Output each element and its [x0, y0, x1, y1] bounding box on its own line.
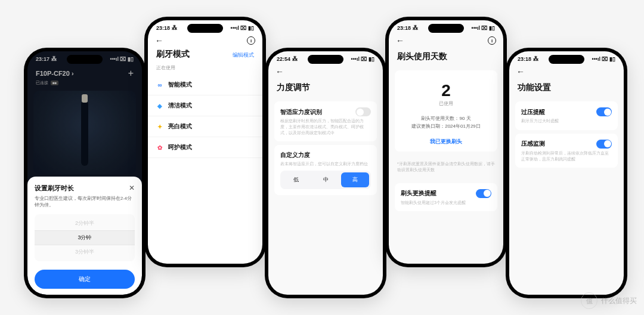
replace-reminder-title: 刷头更换提醒	[401, 189, 436, 197]
days-used-value: 2	[401, 81, 491, 100]
mode-item-care[interactable]: ✿ 呵护模式	[148, 137, 262, 158]
pressure-sense-desc: 牙刷自动检测到异常后，连续依次降低压力直至正常驱动，且压力刷跳闪提醒	[521, 150, 612, 162]
mode-label: 呵护模式	[168, 143, 192, 152]
over-pressure-title: 过压提醒	[521, 108, 545, 116]
watermark-text: 什么值得买	[601, 296, 637, 306]
watermark-logo-icon: 值	[581, 292, 597, 309]
mode-list: ∞ 智能模式 ◆ 清洁模式 ✦ 亮白模式 ✿ 呵护模式	[148, 75, 262, 158]
picker-option-1[interactable]: 3分钟	[35, 230, 135, 245]
back-button[interactable]: ←	[396, 36, 404, 45]
sheet-title: 设置刷牙时长	[35, 184, 74, 193]
page-title: 功能设置	[509, 80, 624, 98]
over-pressure-desc: 刷牙压力过大时提醒	[521, 118, 612, 124]
info-icon[interactable]: i	[488, 36, 496, 45]
duration-picker[interactable]: 2分钟半 3分钟 3分钟半	[35, 214, 135, 261]
close-icon[interactable]: ✕	[129, 184, 135, 192]
force-segmented: 低 中 高	[280, 171, 371, 189]
back-button[interactable]: ←	[275, 67, 284, 76]
pressure-sense-card: 压感监测 牙刷自动检测到异常后，连续依次降低压力直至正常驱动，且压力刷跳闪提醒	[515, 134, 618, 168]
smart-force-desc: 根据您刷牙时所用的压力，智能匹配合适的力度，主要作用在清洁模式、亮白模式、呵护模…	[280, 118, 371, 135]
days-used-label: 已使用	[401, 100, 491, 107]
replace-date-line: 建议更换日期：2024年01月29日	[401, 123, 491, 131]
sheet-description: 专业口腔医生建议，每次刷牙时间保持在2-4分钟为佳。	[35, 195, 135, 209]
smart-force-toggle[interactable]	[355, 107, 371, 116]
status-time: 23:18 ⁂	[397, 25, 418, 31]
mode-item-clean[interactable]: ◆ 清洁模式	[148, 95, 262, 116]
pressure-sense-title: 压感监测	[521, 140, 545, 148]
status-icons: •••ıl ⌧ ▮▯	[231, 25, 254, 31]
status-time: 22:54 ⁂	[277, 56, 298, 62]
picker-option-2[interactable]: 3分钟半	[35, 245, 135, 259]
replaced-head-link[interactable]: 我已更换刷头	[401, 138, 491, 146]
smart-force-card: 智适应力度识别 根据您刷牙时所用的压力，智能匹配合适的力度，主要作用在清洁模式、…	[274, 101, 377, 141]
page-title: 刷头使用天数	[389, 49, 503, 67]
over-pressure-toggle[interactable]	[596, 107, 612, 116]
droplet-icon: ◆	[156, 102, 163, 109]
infinity-icon: ∞	[156, 81, 163, 88]
status-icons: •••ıl ⌧ ▮▯	[351, 56, 374, 62]
page-title: 刷牙模式	[156, 49, 190, 60]
picker-option-0[interactable]: 2分钟半	[35, 217, 135, 230]
status-icons: •••ıl ⌧ ▮▯	[472, 25, 495, 31]
over-pressure-card: 过压提醒 刷牙压力过大时提醒	[515, 101, 618, 130]
mode-item-white[interactable]: ✦ 亮白模式	[148, 116, 262, 137]
back-button[interactable]: ←	[155, 36, 163, 45]
sparkle-icon: ✦	[156, 123, 163, 130]
watermark: 值 什么值得买	[581, 292, 637, 309]
force-high[interactable]: 高	[341, 172, 369, 187]
sheet-overlay: 设置刷牙时长 ✕ 专业口腔医生建议，每次刷牙时间保持在2-4分钟为佳。 2分钟半…	[27, 51, 142, 295]
smart-force-title: 智适应力度识别	[280, 108, 322, 116]
page-title: 力度调节	[268, 80, 383, 98]
status-time: 23:18 ⁂	[156, 25, 177, 31]
replace-reminder-card: 刷头更换提醒 智能刷头使用超过3个月会发光提醒	[395, 183, 497, 212]
info-icon[interactable]: i	[247, 36, 255, 45]
force-low[interactable]: 低	[282, 172, 310, 187]
reset-note: *牙刷系统重置及固件更新会清空刷头使用数据，请手动设置刷头使用天数	[389, 155, 503, 180]
confirm-button[interactable]: 确定	[35, 270, 135, 289]
section-in-use: 正在使用	[148, 63, 262, 75]
leaf-icon: ✿	[156, 144, 163, 151]
status-time: 23:18 ⁂	[518, 56, 538, 62]
duration-sheet: 设置刷牙时长 ✕ 专业口腔医生建议，每次刷牙时间保持在2-4分钟为佳。 2分钟半…	[27, 177, 142, 295]
custom-force-desc: 若未将智适应开启，您可以自定义刷牙力度档位	[280, 161, 371, 167]
replace-reminder-desc: 智能刷头使用超过3个月会发光提醒	[401, 200, 491, 206]
mode-label: 亮白模式	[168, 122, 192, 131]
mode-item-smart[interactable]: ∞ 智能模式	[148, 75, 262, 95]
back-button[interactable]: ←	[516, 67, 525, 76]
custom-force-title: 自定义力度	[280, 151, 371, 159]
custom-force-card: 自定义力度 若未将智适应开启，您可以自定义刷牙力度档位 低 中 高	[274, 145, 377, 195]
usable-days-line: 刷头可使用天数：90 天	[401, 115, 491, 123]
mode-label: 清洁模式	[168, 101, 192, 110]
replace-reminder-toggle[interactable]	[476, 189, 491, 198]
status-icons: •••ıl ⌧ ▮▯	[592, 56, 615, 62]
edit-modes-link[interactable]: 编辑模式	[233, 51, 254, 59]
mode-label: 智能模式	[168, 81, 192, 89]
force-mid[interactable]: 中	[312, 172, 340, 187]
pressure-sense-toggle[interactable]	[596, 140, 612, 149]
days-card: 2 已使用 刷头可使用天数：90 天 建议更换日期：2024年01月29日 我已…	[395, 70, 497, 152]
